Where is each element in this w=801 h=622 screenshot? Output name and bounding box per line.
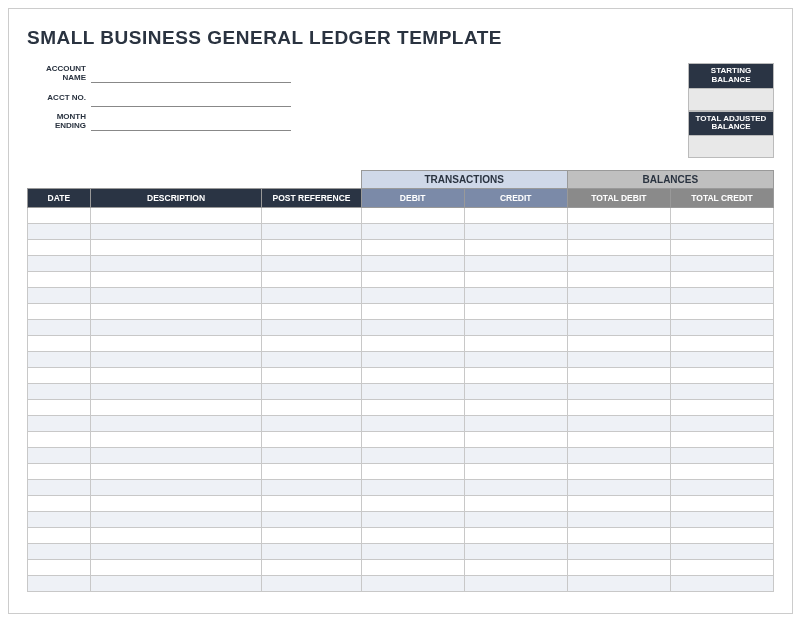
cell-date[interactable] [28,560,91,576]
cell-debit[interactable] [361,560,464,576]
cell-total_debit[interactable] [567,416,670,432]
cell-total_credit[interactable] [670,400,773,416]
cell-total_debit[interactable] [567,560,670,576]
cell-credit[interactable] [464,512,567,528]
cell-total_debit[interactable] [567,320,670,336]
cell-date[interactable] [28,416,91,432]
cell-total_credit[interactable] [670,272,773,288]
cell-post_reference[interactable] [262,576,361,592]
cell-credit[interactable] [464,352,567,368]
cell-total_credit[interactable] [670,512,773,528]
cell-description[interactable] [90,256,262,272]
cell-description[interactable] [90,240,262,256]
cell-debit[interactable] [361,272,464,288]
cell-credit[interactable] [464,528,567,544]
cell-total_credit[interactable] [670,464,773,480]
cell-description[interactable] [90,336,262,352]
cell-credit[interactable] [464,272,567,288]
cell-total_debit[interactable] [567,352,670,368]
cell-total_credit[interactable] [670,256,773,272]
cell-debit[interactable] [361,240,464,256]
cell-post_reference[interactable] [262,368,361,384]
cell-total_credit[interactable] [670,224,773,240]
starting-balance-value[interactable] [689,88,773,110]
cell-total_debit[interactable] [567,336,670,352]
cell-description[interactable] [90,576,262,592]
cell-debit[interactable] [361,448,464,464]
cell-post_reference[interactable] [262,336,361,352]
cell-date[interactable] [28,528,91,544]
cell-post_reference[interactable] [262,512,361,528]
cell-credit[interactable] [464,448,567,464]
cell-total_debit[interactable] [567,384,670,400]
cell-debit[interactable] [361,384,464,400]
cell-debit[interactable] [361,496,464,512]
cell-total_credit[interactable] [670,496,773,512]
cell-date[interactable] [28,304,91,320]
cell-total_debit[interactable] [567,528,670,544]
cell-debit[interactable] [361,432,464,448]
cell-total_debit[interactable] [567,272,670,288]
cell-date[interactable] [28,464,91,480]
cell-total_debit[interactable] [567,576,670,592]
cell-debit[interactable] [361,512,464,528]
cell-total_credit[interactable] [670,448,773,464]
cell-debit[interactable] [361,480,464,496]
cell-post_reference[interactable] [262,240,361,256]
cell-credit[interactable] [464,336,567,352]
cell-credit[interactable] [464,368,567,384]
cell-total_debit[interactable] [567,400,670,416]
cell-post_reference[interactable] [262,256,361,272]
cell-date[interactable] [28,240,91,256]
cell-post_reference[interactable] [262,448,361,464]
cell-total_debit[interactable] [567,496,670,512]
cell-total_debit[interactable] [567,240,670,256]
cell-description[interactable] [90,352,262,368]
cell-total_credit[interactable] [670,208,773,224]
cell-post_reference[interactable] [262,208,361,224]
cell-total_credit[interactable] [670,560,773,576]
cell-post_reference[interactable] [262,560,361,576]
cell-description[interactable] [90,384,262,400]
cell-total_credit[interactable] [670,368,773,384]
cell-debit[interactable] [361,464,464,480]
cell-post_reference[interactable] [262,416,361,432]
cell-debit[interactable] [361,400,464,416]
cell-total_credit[interactable] [670,528,773,544]
cell-total_credit[interactable] [670,336,773,352]
cell-description[interactable] [90,512,262,528]
cell-debit[interactable] [361,576,464,592]
cell-post_reference[interactable] [262,224,361,240]
cell-post_reference[interactable] [262,304,361,320]
cell-date[interactable] [28,368,91,384]
cell-total_credit[interactable] [670,288,773,304]
cell-debit[interactable] [361,288,464,304]
cell-total_credit[interactable] [670,576,773,592]
cell-credit[interactable] [464,400,567,416]
cell-date[interactable] [28,512,91,528]
cell-post_reference[interactable] [262,496,361,512]
cell-credit[interactable] [464,496,567,512]
cell-debit[interactable] [361,416,464,432]
cell-post_reference[interactable] [262,320,361,336]
cell-total_credit[interactable] [670,384,773,400]
cell-date[interactable] [28,336,91,352]
cell-credit[interactable] [464,208,567,224]
cell-credit[interactable] [464,256,567,272]
cell-description[interactable] [90,496,262,512]
cell-total_debit[interactable] [567,368,670,384]
cell-total_credit[interactable] [670,416,773,432]
cell-debit[interactable] [361,544,464,560]
cell-total_debit[interactable] [567,304,670,320]
cell-total_debit[interactable] [567,432,670,448]
cell-total_credit[interactable] [670,240,773,256]
cell-total_debit[interactable] [567,464,670,480]
cell-post_reference[interactable] [262,544,361,560]
cell-debit[interactable] [361,352,464,368]
cell-total_credit[interactable] [670,304,773,320]
cell-description[interactable] [90,304,262,320]
cell-total_debit[interactable] [567,480,670,496]
cell-total_credit[interactable] [670,432,773,448]
cell-debit[interactable] [361,256,464,272]
cell-date[interactable] [28,288,91,304]
